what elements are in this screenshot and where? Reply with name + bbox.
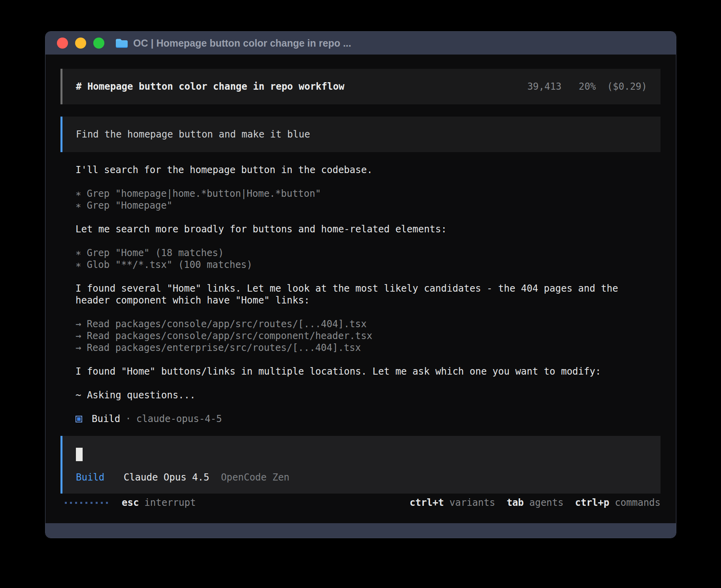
interrupt-hint: escinterrupt [122, 497, 196, 509]
tool-call: ∗Glob "**/*.tsx" (100 matches) [75, 259, 648, 271]
session-stats: 39,413 20% ($0.29) [527, 81, 647, 92]
terminal-content: # Homepage button color change in repo w… [45, 55, 676, 523]
shortcut-variants: ctrl+tvariants [410, 497, 495, 509]
tool-call-group: ∗Grep "Home" (18 matches) ∗Glob "**/*.ts… [75, 247, 648, 271]
tool-done-icon: ∗ [75, 200, 81, 211]
window-titlebar[interactable]: OC | Homepage button color change in rep… [45, 32, 676, 55]
agent-status-row: Build · claude-opus-4-5 [75, 413, 648, 425]
tool-call-text: Read packages/console/app/src/routes/[..… [87, 318, 366, 330]
tool-call-text: Grep "homepage|home.*button|Home.*button… [87, 188, 321, 199]
user-message: Find the homepage button and make it blu… [60, 117, 661, 152]
token-count: 39,413 [527, 81, 562, 92]
text-cursor [76, 448, 83, 461]
window-title: OC | Homepage button color change in rep… [133, 38, 351, 49]
close-button[interactable] [57, 38, 68, 49]
folder-icon [115, 38, 128, 48]
user-message-text: Find the homepage button and make it blu… [76, 128, 310, 140]
tool-call-group: →Read packages/console/app/src/routes/[.… [75, 318, 648, 354]
input-meta: Build Claude Opus 4.5 OpenCode Zen [76, 471, 647, 483]
shortcut-label: variants [449, 497, 495, 508]
prompt-input[interactable]: Build Claude Opus 4.5 OpenCode Zen [60, 436, 661, 494]
interrupt-key: esc [122, 497, 139, 508]
assistant-message: I found several "Home" links. Let me loo… [75, 283, 648, 306]
session-header: # Homepage button color change in repo w… [60, 69, 661, 104]
tool-call: ∗Grep "Homepage" [75, 200, 648, 211]
tool-done-icon: ∗ [75, 247, 81, 258]
conversation: I'll search for the homepage button in t… [60, 164, 663, 425]
tool-call: →Read packages/enterprise/src/routes/[..… [75, 342, 648, 354]
tool-call-text: Grep "Home" (18 matches) [87, 247, 224, 258]
tool-call: →Read packages/console/app/src/component… [75, 330, 648, 342]
tool-done-icon: ∗ [75, 188, 81, 199]
read-arrow-icon: → [75, 330, 81, 341]
agent-name: Build [92, 413, 120, 425]
tool-call-text: Read packages/enterprise/src/routes/[...… [87, 342, 361, 353]
minimize-button[interactable] [75, 38, 86, 49]
shortcut-key: ctrl+t [410, 497, 444, 508]
shortcut-hints: ctrl+tvariants tabagents ctrl+pcommands [410, 497, 661, 509]
shortcut-agents: tabagents [507, 497, 564, 509]
working-status: ~ Asking questions... [75, 389, 648, 401]
context-percent: 20% [579, 81, 596, 92]
session-title: # Homepage button color change in repo w… [76, 81, 344, 92]
tool-call-text: Read packages/console/app/src/component/… [87, 330, 372, 341]
read-arrow-icon: → [75, 342, 81, 353]
input-model-label[interactable]: Claude Opus 4.5 [124, 472, 210, 483]
zoom-button[interactable] [93, 38, 104, 49]
interrupt-label: interrupt [144, 497, 196, 508]
tool-call-text: Grep "Homepage" [87, 200, 172, 211]
shortcut-label: agents [529, 497, 564, 508]
agent-separator: · [125, 413, 131, 425]
shortcut-key: ctrl+p [575, 497, 610, 508]
tool-call: ∗Grep "homepage|home.*button|Home.*butto… [75, 188, 648, 200]
terminal-window: OC | Homepage button color change in rep… [45, 31, 676, 538]
window-bottom-chrome [45, 523, 676, 538]
spinner-dots [65, 502, 108, 504]
input-provider-label: OpenCode Zen [221, 472, 289, 483]
tool-call-text: Glob "**/*.tsx" (100 matches) [87, 259, 252, 270]
status-bar: escinterrupt ctrl+tvariants tabagents ct… [60, 497, 661, 509]
agent-model: claude-opus-4-5 [136, 413, 222, 425]
tool-call: →Read packages/console/app/src/routes/[.… [75, 318, 648, 330]
session-cost: ($0.29) [607, 81, 647, 92]
tool-call-group: ∗Grep "homepage|home.*button|Home.*butto… [75, 188, 648, 211]
shortcut-label: commands [615, 497, 661, 508]
traffic-lights [57, 38, 104, 49]
assistant-message: Let me search more broadly for buttons a… [75, 223, 648, 235]
assistant-message: I found "Home" buttons/links in multiple… [75, 366, 648, 377]
build-agent-icon [75, 416, 82, 422]
shortcut-key: tab [507, 497, 524, 508]
tool-call: ∗Grep "Home" (18 matches) [75, 247, 648, 259]
assistant-message: I'll search for the homepage button in t… [75, 164, 648, 176]
input-agent-label[interactable]: Build [76, 472, 104, 483]
shortcut-commands: ctrl+pcommands [575, 497, 661, 509]
tool-done-icon: ∗ [75, 259, 81, 270]
read-arrow-icon: → [75, 318, 81, 330]
